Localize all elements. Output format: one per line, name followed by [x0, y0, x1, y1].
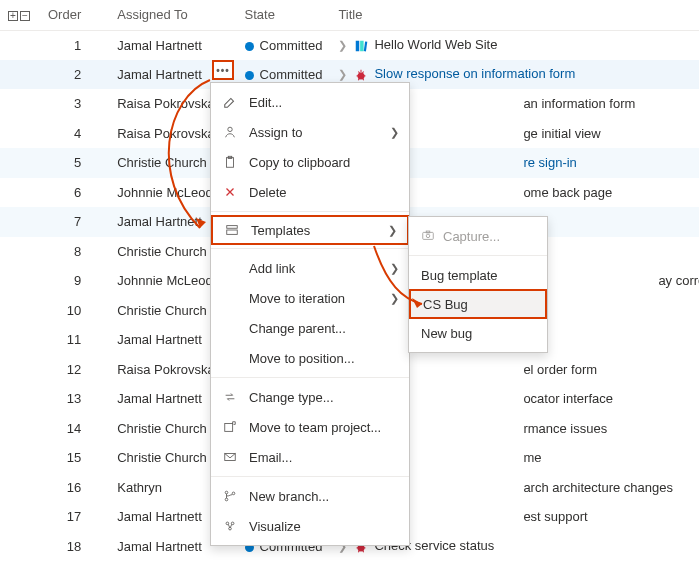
submenu-label: New bug	[421, 326, 472, 341]
svg-rect-8	[227, 226, 238, 229]
menu-separator	[211, 248, 409, 249]
chevron-right-icon: ❯	[390, 126, 399, 139]
svg-rect-1	[361, 41, 365, 52]
branch-icon	[221, 489, 239, 503]
assigned-cell: Jamal Hartnett	[109, 30, 236, 60]
column-header-assigned[interactable]: Assigned To	[109, 0, 236, 30]
menu-label: Add link	[249, 261, 295, 276]
submenu-bug-template[interactable]: Bug template	[409, 260, 547, 290]
order-cell: 9	[40, 266, 109, 296]
table-header-row: +− Order Assigned To State Title	[0, 0, 699, 30]
menu-separator	[409, 255, 547, 256]
menu-label: Email...	[249, 450, 292, 465]
order-cell: 11	[40, 325, 109, 355]
state-cell: Committed	[237, 30, 331, 60]
person-icon	[221, 125, 239, 139]
expand-all-icon[interactable]: +	[8, 11, 18, 21]
order-cell: 10	[40, 296, 109, 326]
menu-label: Move to iteration	[249, 291, 345, 306]
svg-point-3	[358, 72, 365, 79]
menu-label: Move to team project...	[249, 420, 381, 435]
svg-rect-10	[225, 424, 233, 432]
menu-new-branch[interactable]: New branch...	[211, 481, 409, 511]
camera-icon	[421, 228, 435, 245]
order-cell: 14	[40, 414, 109, 444]
order-cell: 1	[40, 30, 109, 60]
menu-move-iteration[interactable]: Move to iteration ❯	[211, 283, 409, 313]
menu-email[interactable]: Email...	[211, 442, 409, 472]
svg-rect-18	[423, 232, 434, 239]
menu-templates[interactable]: Templates ❯	[211, 215, 409, 245]
state-dot-icon	[245, 71, 254, 80]
svg-point-14	[232, 492, 235, 495]
change-type-icon	[221, 390, 239, 404]
more-actions-button[interactable]: •••	[212, 60, 234, 80]
templates-icon	[223, 223, 241, 237]
menu-separator	[211, 377, 409, 378]
menu-label: Copy to clipboard	[249, 155, 350, 170]
order-cell: 13	[40, 384, 109, 414]
expand-collapse-header[interactable]: +−	[0, 0, 40, 30]
submenu-label: Capture...	[443, 229, 500, 244]
menu-change-type[interactable]: Change type...	[211, 382, 409, 412]
submenu-label: Bug template	[421, 268, 498, 283]
context-menu: Edit... Assign to ❯ Copy to clipboard De…	[210, 82, 410, 546]
book-icon	[354, 39, 368, 53]
work-item-title[interactable]: Slow response on information form	[374, 66, 575, 81]
menu-copy[interactable]: Copy to clipboard	[211, 147, 409, 177]
menu-add-link[interactable]: Add link ❯	[211, 253, 409, 283]
chevron-right-icon: ❯	[390, 292, 399, 305]
table-row[interactable]: 1Jamal HartnettCommitted❯Hello World Web…	[0, 30, 699, 60]
chevron-right-icon: ❯	[388, 224, 397, 237]
delete-icon	[221, 185, 239, 199]
order-cell: 16	[40, 473, 109, 503]
collapse-all-icon[interactable]: −	[20, 11, 30, 21]
menu-label: Visualize	[249, 519, 301, 534]
svg-rect-2	[364, 41, 368, 51]
menu-edit[interactable]: Edit...	[211, 87, 409, 117]
order-cell: 12	[40, 355, 109, 385]
menu-move-position[interactable]: Move to position...	[211, 343, 409, 373]
state-dot-icon	[245, 42, 254, 51]
move-project-icon	[221, 420, 239, 434]
svg-point-19	[426, 234, 430, 238]
menu-label: Change parent...	[249, 321, 346, 336]
submenu-capture[interactable]: Capture...	[409, 221, 547, 251]
menu-label: New branch...	[249, 489, 329, 504]
svg-rect-0	[356, 41, 360, 52]
work-item-title[interactable]: Hello World Web Site	[374, 37, 497, 52]
order-cell: 6	[40, 178, 109, 208]
chevron-right-icon[interactable]: ❯	[338, 68, 348, 81]
order-cell: 4	[40, 119, 109, 149]
visualize-icon	[221, 519, 239, 533]
svg-point-5	[228, 127, 232, 131]
chevron-right-icon[interactable]: ❯	[338, 39, 348, 52]
order-cell: 3	[40, 89, 109, 119]
column-header-title[interactable]: Title	[330, 0, 699, 30]
email-icon	[221, 450, 239, 464]
menu-label: Assign to	[249, 125, 302, 140]
column-header-state[interactable]: State	[237, 0, 331, 30]
svg-rect-9	[227, 230, 238, 234]
menu-label: Templates	[251, 223, 310, 238]
order-cell: 7	[40, 207, 109, 237]
menu-label: Delete	[249, 185, 287, 200]
order-cell: 17	[40, 502, 109, 532]
svg-point-13	[225, 498, 228, 501]
submenu-new-bug[interactable]: New bug	[409, 318, 547, 348]
submenu-cs-bug[interactable]: CS Bug	[409, 289, 547, 319]
pencil-icon	[221, 95, 239, 109]
menu-delete[interactable]: Delete	[211, 177, 409, 207]
menu-separator	[211, 476, 409, 477]
menu-assign-to[interactable]: Assign to ❯	[211, 117, 409, 147]
svg-point-12	[225, 491, 228, 494]
menu-move-team-project[interactable]: Move to team project...	[211, 412, 409, 442]
submenu-label: CS Bug	[423, 297, 468, 312]
menu-visualize[interactable]: Visualize	[211, 511, 409, 541]
svg-rect-6	[227, 158, 234, 168]
order-cell: 2	[40, 60, 109, 90]
column-header-order[interactable]: Order	[40, 0, 109, 30]
title-cell[interactable]: ❯Hello World Web Site	[330, 30, 699, 60]
menu-label: Change type...	[249, 390, 334, 405]
menu-change-parent[interactable]: Change parent...	[211, 313, 409, 343]
